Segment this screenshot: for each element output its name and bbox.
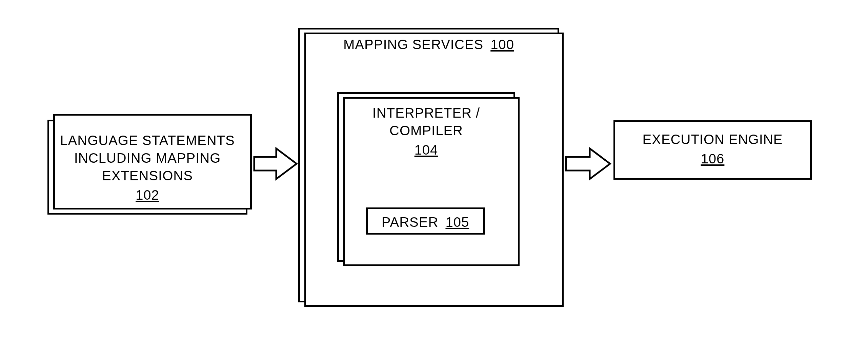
mapping-services-ref: 100 <box>490 37 514 52</box>
mapping-services-title: MAPPING SERVICES <box>343 37 483 52</box>
interp-ref: 104 <box>415 141 438 159</box>
parser-box: PARSER 105 <box>366 207 485 235</box>
lang-line2: INCLUDING MAPPING <box>49 149 246 167</box>
mapping-services-box: MAPPING SERVICES 100 INTERPRETER / COMPI… <box>298 28 559 302</box>
execution-engine-box: EXECUTION ENGINE 106 <box>613 120 812 180</box>
interp-line2: COMPILER <box>339 122 513 139</box>
parser-ref: 105 <box>445 215 469 229</box>
arrow-center-to-right <box>564 145 613 182</box>
interp-line1: INTERPRETER / <box>339 104 513 122</box>
parser-label: PARSER <box>382 215 439 229</box>
lang-ref: 102 <box>136 186 159 204</box>
arrow-left-to-center <box>253 145 300 182</box>
language-statements-box: LANGUAGE STATEMENTS INCLUDING MAPPING EX… <box>47 120 247 215</box>
lang-line3: EXTENSIONS <box>49 167 246 184</box>
exec-label: EXECUTION ENGINE <box>615 131 810 148</box>
interpreter-compiler-box: INTERPRETER / COMPILER 104 PARSER 105 <box>337 92 515 262</box>
exec-ref: 106 <box>701 150 725 167</box>
lang-line1: LANGUAGE STATEMENTS <box>49 132 246 149</box>
